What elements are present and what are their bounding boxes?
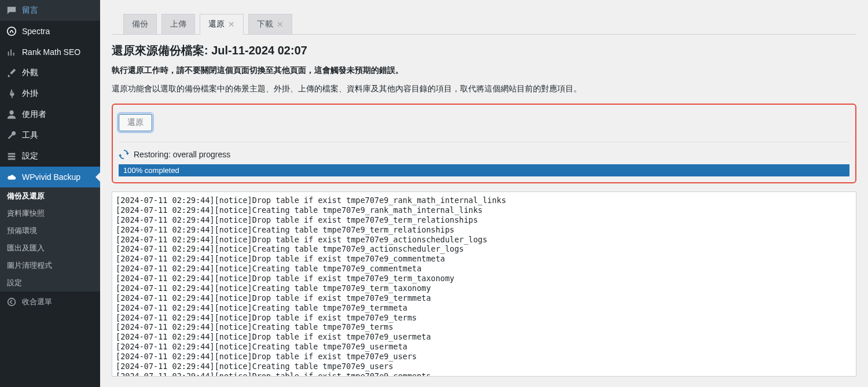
tab-bar: 備份上傳還原✕下載✕: [112, 6, 856, 35]
sidebar-item-label: WPvivid Backup: [22, 172, 80, 182]
chart-icon: [6, 46, 17, 58]
svg-point-0: [8, 27, 16, 35]
close-icon[interactable]: ✕: [228, 20, 235, 28]
svg-point-5: [8, 298, 16, 306]
svg-rect-2: [8, 153, 16, 155]
progress-label-row: Restoring: overall progress: [119, 149, 849, 160]
restore-button[interactable]: 還原: [119, 114, 152, 131]
page-title: 還原來源備份檔案: Jul-11-2024 02:07: [112, 43, 856, 58]
sidebar-item-工具[interactable]: 工具: [0, 125, 100, 146]
progress-bar: 100% completed: [119, 164, 849, 176]
sidebar-item-留言[interactable]: 留言: [0, 0, 100, 21]
backup-timestamp: Jul-11-2024 02:07: [211, 44, 307, 57]
sidebar-item-外掛[interactable]: 外掛: [0, 83, 100, 104]
close-icon[interactable]: ✕: [277, 20, 284, 28]
spectra-icon: [6, 25, 17, 37]
sidebar-item-label: 工具: [22, 130, 38, 141]
progress-label-text: Restoring: overall progress: [134, 150, 230, 159]
sidebar-item-使用者[interactable]: 使用者: [0, 104, 100, 125]
sidebar-item-外觀[interactable]: 外觀: [0, 62, 100, 83]
tab-label: 備份: [132, 19, 148, 30]
collapse-label: 收合選單: [22, 297, 52, 307]
submenu-item[interactable]: 預備環境: [0, 222, 100, 239]
divider: [119, 142, 849, 142]
plug-icon: [6, 88, 17, 99]
svg-point-1: [9, 110, 13, 115]
sync-icon: [119, 149, 129, 160]
sidebar-item-label: 留言: [22, 5, 38, 16]
comment-icon: [6, 5, 17, 16]
submenu-item[interactable]: 圖片清理程式: [0, 257, 100, 274]
tab-label: 還原: [208, 19, 225, 30]
tab-label: 上傳: [170, 19, 186, 30]
user-icon: [6, 109, 17, 120]
submenu-item[interactable]: 備份及還原: [0, 187, 100, 205]
log-output[interactable]: [2024-07-11 02:29:44][notice]Drop table …: [112, 191, 856, 377]
svg-rect-3: [8, 156, 16, 157]
sidebar-item-label: 使用者: [22, 109, 46, 120]
tab-label: 下載: [257, 19, 273, 30]
tab-上傳[interactable]: 上傳: [161, 14, 195, 34]
settings-icon: [6, 150, 17, 162]
collapse-menu[interactable]: 收合選單: [0, 292, 100, 312]
restore-progress-region: 還原 Restoring: overall progress 100% comp…: [112, 104, 856, 183]
sidebar-item-設定[interactable]: 設定: [0, 146, 100, 167]
sidebar-item-label: 外掛: [22, 89, 38, 99]
sidebar-item-rank-math-seo[interactable]: Rank Math SEO: [0, 42, 100, 62]
sidebar-item-label: Rank Math SEO: [22, 47, 80, 57]
svg-rect-4: [8, 159, 16, 160]
warning-note: 執行還原工作時，請不要關閉這個頁面切換至其他頁面，這會觸發未預期的錯誤。: [112, 65, 856, 76]
sidebar-item-label: 外觀: [22, 68, 38, 78]
submenu-item[interactable]: 資料庫快照: [0, 205, 100, 222]
main-content: 備份上傳還原✕下載✕ 還原來源備份檔案: Jul-11-2024 02:07 執…: [100, 0, 868, 387]
tab-還原[interactable]: 還原✕: [200, 14, 244, 35]
collapse-icon: [6, 296, 17, 308]
description-text: 還原功能會以選取的備份檔案中的佈景主題、外掛、上傳的檔案、資料庫及其他內容目錄的…: [112, 84, 856, 94]
tab-下載[interactable]: 下載✕: [248, 14, 292, 34]
admin-sidebar: 留言SpectraRank Math SEO外觀外掛使用者工具設定WPvivid…: [0, 0, 100, 387]
sidebar-item-label: Spectra: [22, 27, 50, 36]
cloud-icon: [6, 171, 17, 183]
wrench-icon: [6, 130, 17, 141]
submenu-item[interactable]: 設定: [0, 274, 100, 292]
tab-備份[interactable]: 備份: [123, 14, 157, 34]
sidebar-item-spectra[interactable]: Spectra: [0, 21, 100, 42]
sidebar-item-label: 設定: [22, 151, 38, 161]
brush-icon: [6, 67, 17, 79]
submenu-item[interactable]: 匯出及匯入: [0, 239, 100, 257]
sidebar-item-wpvivid-backup[interactable]: WPvivid Backup: [0, 167, 100, 187]
